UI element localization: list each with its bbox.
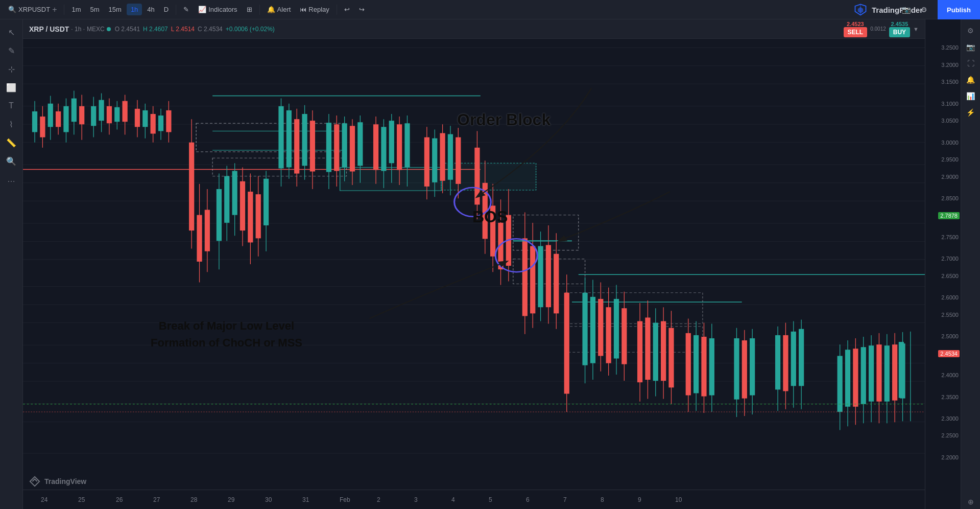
rt-settings[interactable]: ⚙ bbox=[964, 24, 978, 38]
svg-rect-188 bbox=[853, 349, 858, 407]
svg-rect-158 bbox=[661, 321, 666, 381]
price-2650: 2.6500 bbox=[941, 273, 959, 279]
price-3000: 3.0000 bbox=[941, 140, 959, 146]
svg-rect-76 bbox=[264, 179, 269, 225]
date-8: 8 bbox=[601, 496, 604, 503]
svg-rect-56 bbox=[166, 110, 171, 132]
date-5: 5 bbox=[489, 496, 492, 503]
rt-compare[interactable]: ⊕ bbox=[964, 495, 978, 509]
svg-rect-196 bbox=[885, 345, 890, 401]
svg-rect-132 bbox=[538, 246, 543, 308]
svg-rect-86 bbox=[310, 121, 315, 171]
ob-dotted-rect bbox=[441, 163, 536, 190]
rectangle-tool[interactable]: ⬜ bbox=[3, 79, 20, 96]
rt-screenshot[interactable]: 📷 bbox=[964, 40, 978, 54]
text-tool[interactable]: T bbox=[3, 97, 20, 114]
zoom-tool[interactable]: 🔍 bbox=[3, 152, 20, 170]
svg-rect-184 bbox=[838, 356, 843, 411]
date-24: 24 bbox=[41, 496, 47, 503]
open-val: O 2.4541 bbox=[115, 26, 140, 33]
sell-button[interactable]: SELL bbox=[844, 27, 868, 37]
spread-val: 0.0012 bbox=[870, 26, 886, 32]
measure-tool[interactable]: 📏 bbox=[3, 134, 20, 151]
svg-rect-88 bbox=[326, 123, 331, 172]
svg-rect-44 bbox=[114, 107, 119, 122]
change-val: +0.0006 (+0.02%) bbox=[226, 26, 275, 33]
drawing-tools-btn[interactable]: ✎ bbox=[179, 4, 193, 15]
tradingview-watermark: TradingView bbox=[29, 476, 86, 487]
price-2700: 2.7000 bbox=[941, 256, 959, 262]
svg-rect-28 bbox=[48, 104, 53, 127]
tf-1h[interactable]: 1h bbox=[127, 4, 142, 15]
price-labels: 3.2500 3.2000 3.1500 3.1000 3.0500 3.000… bbox=[925, 39, 961, 470]
svg-rect-106 bbox=[404, 123, 410, 167]
draw-tool[interactable]: ✎ bbox=[3, 42, 20, 59]
screenshot-btn[interactable]: 📷 bbox=[898, 4, 915, 16]
right-toolbar-icons: 📷 ⚙ bbox=[898, 0, 931, 19]
date-25: 25 bbox=[78, 496, 85, 503]
alert-btn[interactable]: 🔔 Alert bbox=[263, 4, 295, 15]
date-6: 6 bbox=[526, 496, 530, 503]
search-symbol-btn[interactable]: 🔍 XRPUSDT + bbox=[4, 3, 61, 16]
svg-rect-102 bbox=[389, 121, 394, 163]
templates-btn[interactable]: ⊞ bbox=[243, 4, 256, 15]
right-toolbar: ⚙ 📷 ⛶ 🔔 📊 ⚡ ⊕ bbox=[961, 19, 980, 509]
tf-15m[interactable]: 15m bbox=[105, 4, 126, 15]
replay-btn[interactable]: ⏮ Replay bbox=[296, 4, 333, 15]
crosshair-tool[interactable]: ⊹ bbox=[3, 60, 20, 78]
alert-label: Alert bbox=[277, 6, 291, 13]
price-2400: 2.4000 bbox=[941, 372, 959, 378]
svg-rect-24 bbox=[32, 111, 37, 132]
more-tools[interactable]: … bbox=[3, 171, 20, 188]
symbol-name: XRP / USDT bbox=[29, 25, 69, 33]
alert-icon: 🔔 bbox=[267, 6, 275, 13]
svg-rect-142 bbox=[590, 297, 595, 363]
chart-area[interactable]: XRP / USDT · 1h · MEXC O 2.4541 H 2.4607… bbox=[23, 19, 925, 509]
tf-d[interactable]: D bbox=[160, 4, 173, 15]
buy-group: 2.4535 BUY bbox=[889, 21, 910, 37]
expand-icon[interactable]: ▼ bbox=[913, 26, 919, 32]
indicators-btn[interactable]: 📈 Indicators bbox=[194, 4, 241, 15]
rt-strategy[interactable]: ⚡ bbox=[964, 105, 978, 120]
svg-rect-130 bbox=[530, 246, 535, 314]
svg-rect-148 bbox=[614, 299, 619, 359]
svg-rect-30 bbox=[56, 111, 61, 127]
indicators-icon: 📈 bbox=[198, 6, 206, 13]
date-27: 27 bbox=[153, 496, 160, 503]
left-toolbar: ↖ ✎ ⊹ ⬜ T ⌇ 📏 🔍 … bbox=[0, 19, 23, 509]
svg-rect-38 bbox=[91, 106, 96, 126]
svg-rect-112 bbox=[440, 133, 445, 181]
live-indicator bbox=[107, 27, 111, 31]
svg-rect-64 bbox=[217, 189, 222, 241]
rt-fullscreen[interactable]: ⛶ bbox=[964, 56, 978, 71]
date-7: 7 bbox=[563, 496, 567, 503]
ohlcv-bar: O 2.4541 H 2.4607 L 2.4514 C 2.4534 +0.0… bbox=[115, 26, 275, 33]
cursor-tool[interactable]: ↖ bbox=[3, 24, 20, 41]
redo-btn[interactable]: ↪ bbox=[355, 4, 369, 15]
grid-lines bbox=[23, 48, 925, 453]
toolbar: 🔍 XRPUSDT + 1m 5m 15m 1h 4h D ✎ 📈 Indica… bbox=[0, 0, 980, 19]
fib-tool[interactable]: ⌇ bbox=[3, 115, 20, 133]
tf-5m[interactable]: 5m bbox=[86, 4, 104, 15]
svg-rect-70 bbox=[240, 181, 245, 230]
rt-alert[interactable]: 🔔 bbox=[964, 73, 978, 87]
buy-button[interactable]: BUY bbox=[889, 27, 910, 37]
rt-stats[interactable]: 📊 bbox=[964, 89, 978, 103]
chart-canvas[interactable]: Order Block BOS Break of Major Low Level… bbox=[23, 39, 925, 490]
undo-btn[interactable]: ↩ bbox=[340, 4, 354, 15]
date-30: 30 bbox=[265, 496, 272, 503]
tf-4h[interactable]: 4h bbox=[143, 4, 158, 15]
redo-icon: ↪ bbox=[359, 6, 365, 13]
svg-rect-50 bbox=[142, 110, 148, 127]
publish-button[interactable]: Publish bbox=[938, 0, 980, 19]
sep2 bbox=[176, 5, 176, 15]
svg-rect-34 bbox=[71, 99, 77, 122]
price-2250: 2.2500 bbox=[941, 432, 959, 438]
settings-icon-btn[interactable]: ⚙ bbox=[917, 4, 931, 16]
tf-1m[interactable]: 1m bbox=[67, 4, 85, 15]
svg-rect-172 bbox=[742, 340, 747, 399]
date-axis: 24 25 26 27 28 29 30 31 Feb 2 3 4 5 6 7 … bbox=[23, 490, 925, 509]
date-9: 9 bbox=[638, 496, 641, 503]
svg-rect-134 bbox=[546, 245, 551, 307]
svg-rect-202 bbox=[899, 342, 904, 398]
